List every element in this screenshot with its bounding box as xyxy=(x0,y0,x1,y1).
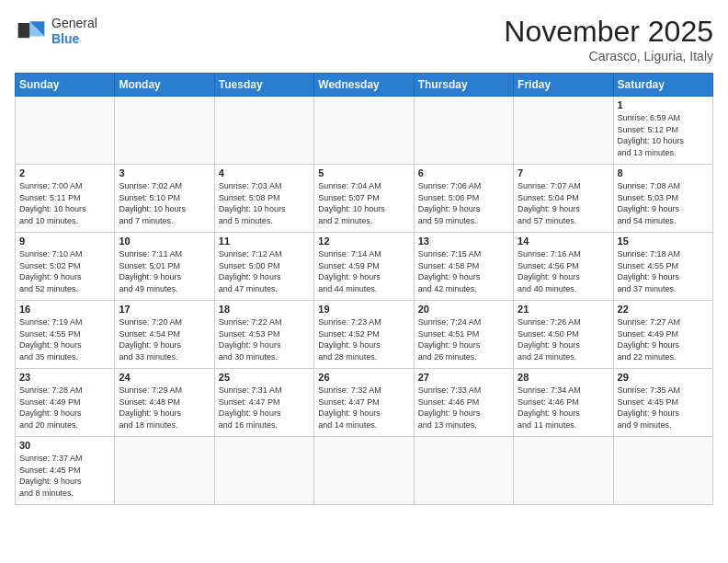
calendar-cell: 10Sunrise: 7:11 AM Sunset: 5:01 PM Dayli… xyxy=(115,233,214,301)
location: Carasco, Liguria, Italy xyxy=(504,49,713,63)
day-number: 22 xyxy=(618,304,709,315)
calendar-cell: 23Sunrise: 7:28 AM Sunset: 4:49 PM Dayli… xyxy=(16,369,115,437)
day-info: Sunrise: 7:28 AM Sunset: 4:49 PM Dayligh… xyxy=(19,385,110,431)
day-info: Sunrise: 7:08 AM Sunset: 5:03 PM Dayligh… xyxy=(618,180,709,226)
title-block: November 2025 Carasco, Liguria, Italy xyxy=(504,15,713,63)
day-number: 9 xyxy=(19,236,110,247)
calendar-cell xyxy=(414,97,513,165)
calendar-cell: 3Sunrise: 7:02 AM Sunset: 5:10 PM Daylig… xyxy=(115,165,214,233)
day-number: 24 xyxy=(119,372,210,383)
day-info: Sunrise: 7:37 AM Sunset: 4:45 PM Dayligh… xyxy=(19,453,110,499)
calendar-cell: 29Sunrise: 7:35 AM Sunset: 4:45 PM Dayli… xyxy=(613,369,712,437)
day-info: Sunrise: 7:12 AM Sunset: 5:00 PM Dayligh… xyxy=(219,248,310,294)
calendar-table: Sunday Monday Tuesday Wednesday Thursday… xyxy=(15,73,713,505)
calendar-week-4: 23Sunrise: 7:28 AM Sunset: 4:49 PM Dayli… xyxy=(16,369,713,437)
day-info: Sunrise: 7:11 AM Sunset: 5:01 PM Dayligh… xyxy=(119,248,210,294)
day-number: 26 xyxy=(318,372,409,383)
calendar-cell: 5Sunrise: 7:04 AM Sunset: 5:07 PM Daylig… xyxy=(314,165,414,233)
day-info: Sunrise: 7:14 AM Sunset: 4:59 PM Dayligh… xyxy=(318,248,409,294)
header: General Blue November 2025 Carasco, Ligu… xyxy=(15,15,713,63)
col-friday: Friday xyxy=(514,74,613,97)
col-sunday: Sunday xyxy=(16,74,115,97)
calendar-header-row: Sunday Monday Tuesday Wednesday Thursday… xyxy=(16,74,713,97)
calendar-cell: 19Sunrise: 7:23 AM Sunset: 4:52 PM Dayli… xyxy=(314,301,414,369)
calendar-cell: 7Sunrise: 7:07 AM Sunset: 5:04 PM Daylig… xyxy=(514,165,613,233)
day-number: 27 xyxy=(418,372,509,383)
day-number: 15 xyxy=(618,236,709,247)
calendar-cell xyxy=(16,97,115,165)
day-number: 19 xyxy=(318,304,409,315)
day-info: Sunrise: 7:35 AM Sunset: 4:45 PM Dayligh… xyxy=(618,385,709,431)
day-number: 4 xyxy=(219,167,310,178)
calendar-cell: 1Sunrise: 6:59 AM Sunset: 5:12 PM Daylig… xyxy=(613,97,712,165)
day-info: Sunrise: 7:31 AM Sunset: 4:47 PM Dayligh… xyxy=(219,385,310,431)
day-number: 2 xyxy=(19,167,110,178)
svg-rect-3 xyxy=(18,23,30,38)
calendar-week-3: 16Sunrise: 7:19 AM Sunset: 4:55 PM Dayli… xyxy=(16,301,713,369)
logo-icon xyxy=(15,15,48,48)
calendar-cell: 14Sunrise: 7:16 AM Sunset: 4:56 PM Dayli… xyxy=(514,233,613,301)
day-number: 10 xyxy=(119,236,210,247)
calendar-cell: 28Sunrise: 7:34 AM Sunset: 4:46 PM Dayli… xyxy=(514,369,613,437)
calendar-week-5: 30Sunrise: 7:37 AM Sunset: 4:45 PM Dayli… xyxy=(16,437,713,505)
day-info: Sunrise: 7:07 AM Sunset: 5:04 PM Dayligh… xyxy=(518,180,609,226)
calendar-cell: 30Sunrise: 7:37 AM Sunset: 4:45 PM Dayli… xyxy=(16,437,115,505)
day-info: Sunrise: 7:22 AM Sunset: 4:53 PM Dayligh… xyxy=(219,316,310,362)
calendar-cell xyxy=(115,437,214,505)
day-info: Sunrise: 7:27 AM Sunset: 4:49 PM Dayligh… xyxy=(618,316,709,362)
day-info: Sunrise: 7:10 AM Sunset: 5:02 PM Dayligh… xyxy=(19,248,110,294)
calendar-cell xyxy=(214,97,313,165)
day-info: Sunrise: 7:15 AM Sunset: 4:58 PM Dayligh… xyxy=(418,248,509,294)
day-number: 6 xyxy=(418,167,509,178)
logo-text: General Blue xyxy=(51,16,97,47)
day-number: 7 xyxy=(518,167,609,178)
day-number: 8 xyxy=(618,167,709,178)
day-number: 12 xyxy=(318,236,409,247)
day-number: 11 xyxy=(219,236,310,247)
day-number: 5 xyxy=(318,167,409,178)
day-info: Sunrise: 7:26 AM Sunset: 4:50 PM Dayligh… xyxy=(518,316,609,362)
day-number: 29 xyxy=(618,372,709,383)
day-number: 17 xyxy=(119,304,210,315)
calendar-cell: 15Sunrise: 7:18 AM Sunset: 4:55 PM Dayli… xyxy=(613,233,712,301)
day-info: Sunrise: 7:32 AM Sunset: 4:47 PM Dayligh… xyxy=(318,385,409,431)
calendar-cell: 25Sunrise: 7:31 AM Sunset: 4:47 PM Dayli… xyxy=(214,369,313,437)
day-info: Sunrise: 7:04 AM Sunset: 5:07 PM Dayligh… xyxy=(318,180,409,226)
day-number: 13 xyxy=(418,236,509,247)
calendar-cell: 20Sunrise: 7:24 AM Sunset: 4:51 PM Dayli… xyxy=(414,301,513,369)
day-number: 25 xyxy=(219,372,310,383)
calendar-cell: 13Sunrise: 7:15 AM Sunset: 4:58 PM Dayli… xyxy=(414,233,513,301)
day-info: Sunrise: 7:19 AM Sunset: 4:55 PM Dayligh… xyxy=(19,316,110,362)
day-number: 21 xyxy=(518,304,609,315)
calendar-cell: 21Sunrise: 7:26 AM Sunset: 4:50 PM Dayli… xyxy=(514,301,613,369)
calendar-cell xyxy=(613,437,712,505)
col-monday: Monday xyxy=(115,74,214,97)
month-title: November 2025 xyxy=(504,15,713,49)
day-info: Sunrise: 7:02 AM Sunset: 5:10 PM Dayligh… xyxy=(119,180,210,226)
page: General Blue November 2025 Carasco, Ligu… xyxy=(0,0,728,563)
calendar-cell: 27Sunrise: 7:33 AM Sunset: 4:46 PM Dayli… xyxy=(414,369,513,437)
day-info: Sunrise: 7:06 AM Sunset: 5:06 PM Dayligh… xyxy=(418,180,509,226)
day-info: Sunrise: 7:33 AM Sunset: 4:46 PM Dayligh… xyxy=(418,385,509,431)
calendar-cell xyxy=(514,97,613,165)
day-number: 1 xyxy=(618,99,709,110)
col-saturday: Saturday xyxy=(613,74,712,97)
day-info: Sunrise: 7:00 AM Sunset: 5:11 PM Dayligh… xyxy=(19,180,110,226)
day-number: 30 xyxy=(19,440,110,451)
calendar-cell: 9Sunrise: 7:10 AM Sunset: 5:02 PM Daylig… xyxy=(16,233,115,301)
calendar-cell: 22Sunrise: 7:27 AM Sunset: 4:49 PM Dayli… xyxy=(613,301,712,369)
day-info: Sunrise: 7:34 AM Sunset: 4:46 PM Dayligh… xyxy=(518,385,609,431)
calendar-cell: 16Sunrise: 7:19 AM Sunset: 4:55 PM Dayli… xyxy=(16,301,115,369)
calendar-week-2: 9Sunrise: 7:10 AM Sunset: 5:02 PM Daylig… xyxy=(16,233,713,301)
day-info: Sunrise: 7:24 AM Sunset: 4:51 PM Dayligh… xyxy=(418,316,509,362)
calendar-cell: 26Sunrise: 7:32 AM Sunset: 4:47 PM Dayli… xyxy=(314,369,414,437)
day-number: 16 xyxy=(19,304,110,315)
day-info: Sunrise: 7:18 AM Sunset: 4:55 PM Dayligh… xyxy=(618,248,709,294)
calendar-cell: 8Sunrise: 7:08 AM Sunset: 5:03 PM Daylig… xyxy=(613,165,712,233)
day-info: Sunrise: 6:59 AM Sunset: 5:12 PM Dayligh… xyxy=(618,112,709,158)
calendar-cell xyxy=(314,437,414,505)
day-number: 3 xyxy=(119,167,210,178)
col-tuesday: Tuesday xyxy=(214,74,313,97)
day-number: 18 xyxy=(219,304,310,315)
calendar-cell: 17Sunrise: 7:20 AM Sunset: 4:54 PM Dayli… xyxy=(115,301,214,369)
